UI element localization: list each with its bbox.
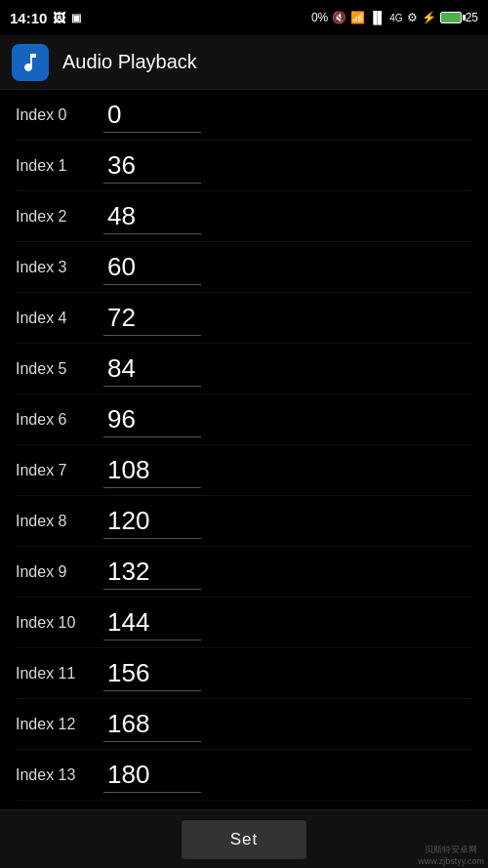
settings-icon: ⚙ (407, 11, 418, 24)
index-value-wrapper-3 (103, 250, 472, 285)
index-row: Index 7 (16, 445, 472, 496)
index-row: Index 6 (16, 394, 472, 445)
status-time: 14:10 🖼 ▣ (10, 10, 81, 26)
index-value-wrapper-4 (103, 301, 472, 336)
index-row: Index 12 (16, 699, 472, 750)
index-input-12[interactable] (103, 707, 201, 742)
wifi-icon: 📶 (350, 11, 365, 24)
index-row: Index 1 (16, 141, 472, 191)
index-row: Index 14 (16, 801, 472, 809)
watermark-line1: 贝斯特安卓网 (418, 844, 484, 856)
index-value-wrapper-7 (103, 453, 472, 488)
index-input-2[interactable] (103, 199, 201, 234)
content-area[interactable]: Index 0Index 1Index 2Index 3Index 4Index… (0, 90, 488, 809)
index-label-1: Index 1 (16, 157, 103, 175)
index-label-7: Index 7 (16, 462, 103, 479)
index-label-13: Index 13 (16, 766, 103, 784)
image-icon: 🖼 (53, 11, 65, 25)
index-input-11[interactable] (103, 656, 201, 691)
index-value-wrapper-0 (103, 98, 472, 133)
signal-bars-icon: ▐▌ (369, 11, 386, 24)
battery-icon (440, 12, 462, 23)
time-display: 14:10 (10, 10, 47, 26)
battery-level: 25 (466, 11, 478, 24)
index-input-6[interactable] (103, 402, 201, 437)
index-value-wrapper-1 (103, 148, 472, 184)
index-input-1[interactable] (103, 148, 201, 184)
index-value-wrapper-12 (103, 707, 472, 742)
index-value-wrapper-6 (103, 402, 472, 437)
audio-icon (19, 51, 42, 74)
index-input-10[interactable] (103, 605, 201, 641)
index-label-11: Index 11 (16, 665, 103, 682)
index-label-12: Index 12 (16, 716, 103, 733)
index-label-8: Index 8 (16, 513, 103, 530)
index-input-8[interactable] (103, 504, 201, 539)
app-icon (12, 44, 49, 81)
index-input-9[interactable] (103, 555, 201, 590)
charge-icon: ⚡ (422, 11, 436, 24)
app-bar: Audio Playback (0, 35, 488, 90)
index-label-0: Index 0 (16, 106, 103, 124)
index-input-7[interactable] (103, 453, 201, 488)
index-label-2: Index 2 (16, 208, 103, 226)
index-value-wrapper-5 (103, 351, 472, 387)
index-label-9: Index 9 (16, 563, 103, 581)
index-row: Index 3 (16, 242, 472, 293)
index-label-5: Index 5 (16, 360, 103, 378)
index-value-wrapper-13 (103, 758, 472, 793)
app-title: Audio Playback (62, 51, 197, 73)
index-input-5[interactable] (103, 351, 201, 387)
index-input-13[interactable] (103, 758, 201, 793)
watermark: 贝斯特安卓网 www.zjbstyy.com (418, 844, 484, 866)
index-row: Index 4 (16, 293, 472, 344)
index-row: Index 5 (16, 344, 472, 394)
index-row: Index 0 (16, 90, 472, 141)
set-button[interactable]: Set (182, 820, 307, 859)
index-input-4[interactable] (103, 301, 201, 336)
index-row: Index 11 (16, 648, 472, 699)
index-value-wrapper-10 (103, 605, 472, 641)
index-row: Index 2 (16, 191, 472, 242)
index-input-0[interactable] (103, 98, 201, 133)
index-row: Index 10 (16, 598, 472, 648)
index-label-6: Index 6 (16, 411, 103, 429)
status-icons: 0% 🔇 📶 ▐▌ 4G ⚙ ⚡ 25 (311, 11, 478, 24)
index-value-wrapper-2 (103, 199, 472, 234)
lte-icon: 4G (389, 13, 402, 23)
percent-display: 0% (311, 11, 328, 24)
bottom-bar: Set (0, 809, 488, 868)
mute-icon: 🔇 (332, 11, 346, 24)
index-row: Index 9 (16, 547, 472, 598)
index-value-wrapper-11 (103, 656, 472, 691)
status-bar: 14:10 🖼 ▣ 0% 🔇 📶 ▐▌ 4G ⚙ ⚡ 25 (0, 0, 488, 35)
watermark-line2: www.zjbstyy.com (418, 856, 484, 866)
index-label-10: Index 10 (16, 614, 103, 632)
index-value-wrapper-9 (103, 555, 472, 590)
sim-icon: ▣ (71, 12, 81, 24)
index-value-wrapper-8 (103, 504, 472, 539)
index-row: Index 13 (16, 750, 472, 801)
index-label-4: Index 4 (16, 310, 103, 327)
index-input-3[interactable] (103, 250, 201, 285)
index-row: Index 8 (16, 496, 472, 547)
index-label-3: Index 3 (16, 259, 103, 276)
